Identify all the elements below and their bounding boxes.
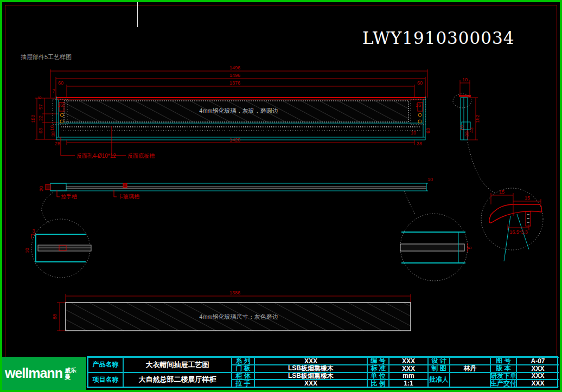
- dim-h1: 57: [38, 104, 43, 110]
- profile-dim-43: 43: [469, 127, 474, 133]
- cabinet-value: LSB板烟熏橡木: [254, 372, 367, 380]
- dim-h2: 22: [38, 115, 43, 121]
- project-label: 项目名称: [88, 372, 123, 388]
- handle-profile: [489, 204, 541, 223]
- scale-label: 比 例: [367, 380, 389, 387]
- dim-height-total: 152: [30, 114, 36, 123]
- dim-offset-right: 60: [417, 80, 423, 86]
- dim-h3-left: 63: [38, 128, 43, 133]
- no-label: 编 号: [367, 357, 389, 365]
- label-glass-groove: 卡玻璃槽: [118, 194, 139, 200]
- std-label: 标 准: [367, 365, 389, 372]
- draft-label: 制 图: [428, 365, 450, 372]
- design-value: [450, 357, 490, 365]
- prod-value: XXX: [516, 380, 559, 387]
- design-label: 设 计: [428, 357, 450, 365]
- rd-label: 研发下单: [490, 372, 516, 380]
- dim-6: 6: [37, 96, 42, 99]
- series-label: 系 列: [232, 357, 254, 365]
- fig-value: A-07: [516, 357, 559, 365]
- detail-left-dim-3: 3: [32, 228, 35, 234]
- project-value: 大自然总部二楼展厅样柜: [123, 372, 232, 388]
- approve-value: [450, 372, 490, 388]
- dim-10-right: 10: [411, 130, 416, 136]
- draft-value: 林丹: [450, 365, 490, 372]
- logo-brand-text: wellmann: [5, 365, 62, 381]
- label-handle-groove: 拉手槽: [61, 194, 77, 200]
- handle-dim-15a: 15: [499, 189, 504, 195]
- dim-63-right: 63: [425, 128, 431, 133]
- detail-left-dim-10: 10: [24, 248, 30, 253]
- bottom-view: 1386 88 4mm钢化玻璃尺寸：灰色磨边: [52, 290, 411, 331]
- profile-view: 10 152 10 28 43: [453, 77, 480, 140]
- detail-right-dim-5: 5: [467, 246, 472, 249]
- top-view: 1496 1496 1376 60 60 7 6 152 57 22 63: [30, 65, 431, 159]
- std-value: XXX: [389, 365, 428, 372]
- unit-value: mm: [389, 372, 428, 380]
- profile-dim-10: 10: [459, 125, 464, 131]
- series-value: XXX: [254, 357, 367, 365]
- product-value: 大衣帽间抽屉工艺图: [123, 357, 232, 372]
- title-block: 产品名称 大衣帽间抽屉工艺图 系 列 XXX 编 号 XXX 设 计 图 号 A…: [87, 356, 558, 388]
- door-value: LSB板烟熏橡木: [254, 365, 367, 372]
- unit-label: 单 位: [367, 372, 389, 380]
- ver-label: 版 本: [490, 365, 516, 372]
- dim-10-left: 10: [49, 125, 55, 131]
- handle-dim-15b: 15: [525, 195, 530, 201]
- side-view: 20 10 拉手槽 卡玻璃槽: [39, 177, 433, 200]
- ver-value: XXX: [516, 365, 559, 372]
- glass-note: 4mm钢化玻璃，灰玻，磨圆边: [199, 107, 278, 114]
- dim-offset-left: 60: [58, 80, 63, 86]
- rd-value: XXX: [516, 372, 559, 380]
- profile-dim-w: 10: [462, 77, 468, 82]
- cabinet-label: 柜 体: [232, 372, 254, 380]
- bottom-dim-height: 88: [52, 314, 58, 319]
- no-value: XXX: [389, 357, 428, 365]
- handle-spec: 16.5*3.3: [509, 229, 528, 235]
- dim-16-left: 16: [58, 102, 63, 108]
- handle-label: 拉 手: [232, 380, 254, 387]
- prod-label: 生产交付: [490, 380, 516, 387]
- dim-width-3: 1376: [229, 80, 240, 86]
- dim-16-right: 16: [416, 102, 421, 108]
- profile-dim-h: 152: [475, 114, 480, 123]
- callout-holes: 反面孔4-Ø10*12: [76, 153, 116, 159]
- door-label: 门 板: [232, 365, 254, 372]
- scale-value: 1:1: [389, 380, 428, 387]
- detail-circle-handle: 15 15 16.5*3.3: [481, 188, 543, 261]
- dim-width-2: 1496: [229, 73, 240, 78]
- bottom-dim-width: 1386: [229, 290, 240, 295]
- product-label: 产品名称: [88, 357, 123, 372]
- drawing-area: 1496 1496 1376 60 60 7 6 152 57 22 63: [0, 0, 562, 392]
- cad-canvas: 抽屉部件5工艺样图 LWY1910300034 1496 1496 1376 6…: [0, 0, 562, 392]
- approve-label: 批准人: [428, 372, 450, 388]
- detail-circle-right: 5: [400, 214, 472, 281]
- dim-28: 28: [55, 141, 60, 146]
- detail-circle-left: 3 10: [24, 219, 91, 278]
- side-dim-10: 10: [427, 177, 433, 182]
- dim-width-bottom: 1420: [229, 137, 240, 143]
- bottom-glass-note: 4mm钢化玻璃尺寸：灰色磨边: [199, 313, 278, 320]
- logo-cn-text: 威乐曼: [65, 367, 78, 380]
- dim-38-right: 38: [417, 141, 422, 146]
- dim-7: 7: [52, 88, 55, 94]
- dim-width-1: 1496: [229, 65, 240, 70]
- fig-label: 图 号: [490, 357, 516, 365]
- callout-groove: 反面底板槽: [127, 153, 155, 159]
- logo: wellmann 威乐曼: [2, 357, 86, 390]
- side-dim-20: 20: [39, 186, 44, 191]
- handle-value: XXX: [254, 380, 367, 387]
- dim-38-left: 38: [50, 131, 56, 137]
